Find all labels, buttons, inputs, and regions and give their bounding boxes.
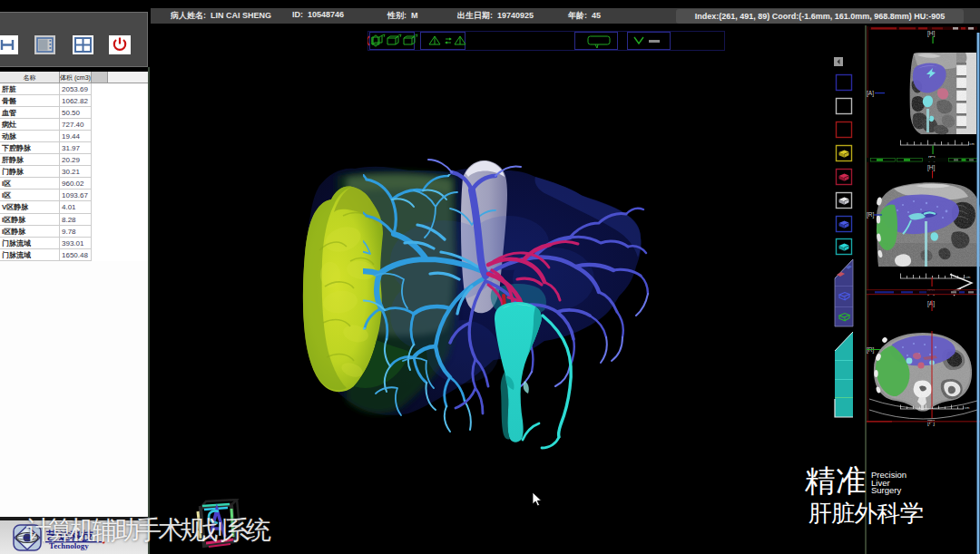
svg-text:[H]: [H] <box>927 30 936 37</box>
svg-text:[A]: [A] <box>927 300 935 307</box>
svg-text:[R]: [R] <box>867 211 875 219</box>
svg-text:[H]: [H] <box>927 164 936 171</box>
svg-text:[P]: [P] <box>927 419 935 426</box>
svg-text:cm: cm <box>965 275 971 279</box>
svg-text:cm: cm <box>965 405 970 410</box>
svg-text:[A]: [A] <box>867 90 874 97</box>
svg-text:cm: cm <box>970 141 975 146</box>
